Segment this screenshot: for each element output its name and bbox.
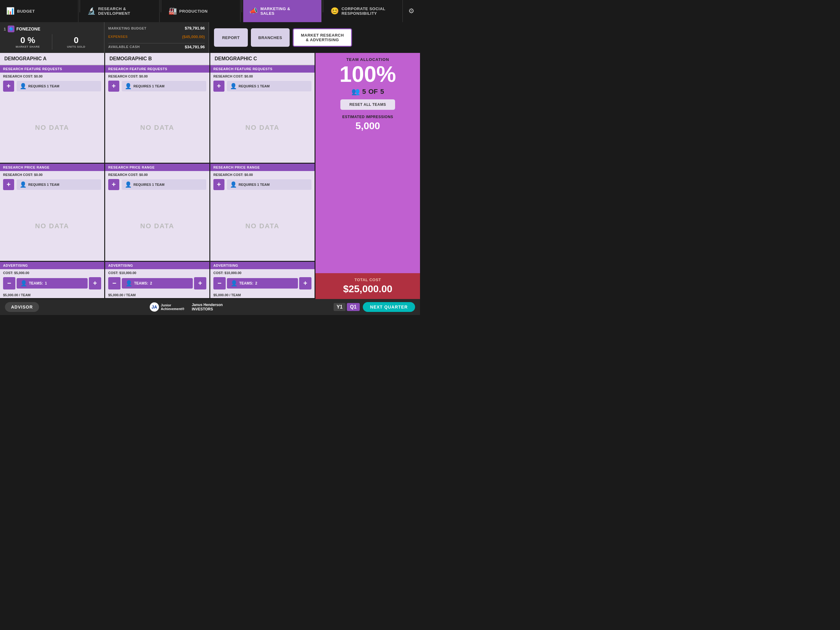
nav-divider-2 <box>161 0 161 12</box>
adv-b-teams-value: 2 <box>150 281 152 285</box>
nav-rd-label: RESEARCH &DEVELOPMENT <box>98 6 130 16</box>
adv-b-teams-label: TEAMS: <box>134 281 148 285</box>
ja-label: JuniorAchievement® <box>161 303 185 311</box>
units-sold-value: 0 <box>52 35 101 45</box>
report-button[interactable]: REPORT <box>214 28 248 47</box>
research-feature-a: RESEARCH FEATURE REQUESTS RESEARCH COST:… <box>0 65 104 164</box>
nav-rd[interactable]: 🔬 RESEARCH &DEVELOPMENT <box>81 0 159 22</box>
units-sold-block: 0 UNITS SOLD <box>52 35 101 48</box>
advertising-c: ADVERTISING COST: $10,000.00 − 👤 TEAMS: … <box>210 262 314 299</box>
next-quarter-button[interactable]: NEXT QUARTER <box>363 302 415 312</box>
research-feature-b: RESEARCH FEATURE REQUESTS RESEARCH COST:… <box>105 65 209 164</box>
reset-all-teams-button[interactable]: RESET ALL TEAMS <box>340 99 395 110</box>
research-feature-c-label: RESEARCH FEATURE REQUESTS <box>210 65 314 73</box>
nav-csr[interactable]: 😊 CORPORATE SOCIALRESPONSIBILITY <box>324 0 403 22</box>
research-price-c-cost: RESEARCH COST: $0.00 <box>210 171 314 178</box>
research-feature-c-action: + 👤 REQUIRES 1 TEAM <box>210 79 314 93</box>
no-data-feature-b: NO DATA <box>105 93 209 163</box>
nav-divider-1 <box>80 0 80 12</box>
company-icon: 🔷 <box>8 25 14 32</box>
research-price-b-action: + 👤 REQUIRES 1 TEAM <box>105 178 209 192</box>
adv-b-minus-button[interactable]: − <box>108 277 120 290</box>
add-research-price-a-button[interactable]: + <box>3 179 14 190</box>
adv-a-team-icon: 👤 <box>20 280 27 287</box>
sidebar-top: TEAM ALLOCATION 100% 👥 5 OF 5 RESET ALL … <box>316 53 420 273</box>
est-impressions-label: ESTIMATED IMPRESSIONS <box>342 115 393 119</box>
research-price-c-action: + 👤 REQUIRES 1 TEAM <box>210 178 314 192</box>
add-research-price-b-button[interactable]: + <box>108 179 119 190</box>
marketing-budget-row: MARKETING BUDGET $79,791.96 <box>108 26 205 30</box>
branches-button[interactable]: BRANCHES <box>251 28 290 47</box>
research-feature-b-cost: RESEARCH COST: $0.00 <box>105 73 209 79</box>
company-number: 1 <box>4 27 6 32</box>
add-research-feature-a-button[interactable]: + <box>3 81 14 92</box>
nav-marketing[interactable]: 📣 MARKETING &SALES <box>243 0 322 22</box>
sidebar-bottom: TOTAL COST $25,000.00 <box>316 273 420 299</box>
ja-logo: JA JuniorAchievement® <box>150 302 185 312</box>
advisor-button[interactable]: ADVISOR <box>5 302 39 312</box>
research-price-c: RESEARCH PRICE RANGE RESEARCH COST: $0.0… <box>210 164 314 262</box>
of-label: OF <box>368 88 378 96</box>
adv-c-teams-value: 2 <box>255 281 257 285</box>
expenses-label: EXPENSES <box>108 35 128 38</box>
adv-a-minus-button[interactable]: − <box>3 277 15 290</box>
settings-button[interactable]: ⚙ <box>403 0 420 22</box>
no-data-price-c: NO DATA <box>210 192 314 261</box>
total-cost-label: TOTAL COST <box>321 277 415 282</box>
adv-c-teams-display: 👤 TEAMS: 2 <box>227 278 298 288</box>
advertising-c-controls: − 👤 TEAMS: 2 + <box>210 276 314 292</box>
advertising-a-cost: COST: $5,000.00 <box>0 269 104 276</box>
advertising-b-cost: COST: $10,000.00 <box>105 269 209 276</box>
market-share-value: 0 % <box>4 35 52 45</box>
adv-b-plus-button[interactable]: + <box>194 277 206 290</box>
research-price-c-label: RESEARCH PRICE RANGE <box>210 164 314 171</box>
add-research-feature-c-button[interactable]: + <box>213 81 224 92</box>
research-price-a-label: RESEARCH PRICE RANGE <box>0 164 104 171</box>
nav-production-label: PRODUCTION <box>179 9 208 14</box>
market-share-label: MARKET SHARE <box>4 45 52 48</box>
nav-marketing-label: MARKETING &SALES <box>261 6 290 16</box>
adv-c-minus-button[interactable]: − <box>213 277 226 290</box>
advertising-a: ADVERTISING COST: $5,000.00 − 👤 TEAMS: 1… <box>0 262 104 299</box>
advertising-b-controls: − 👤 TEAMS: 2 + <box>105 276 209 292</box>
nav-budget[interactable]: 📊 BUDGET <box>0 0 78 22</box>
team-icon-price-a: 👤 <box>20 181 27 188</box>
requires-team-feature-a: 👤 REQUIRES 1 TEAM <box>17 81 101 91</box>
team-icon-price-b: 👤 <box>125 181 132 188</box>
subnav-buttons: REPORT BRANCHES MARKET RESEARCH& ADVERTI… <box>209 22 420 53</box>
requires-team-price-a-label: REQUIRES 1 TEAM <box>28 183 59 187</box>
teams-total: 5 <box>381 88 384 96</box>
nav-divider-4 <box>323 0 323 12</box>
quarter-display: Y1 Q1 <box>333 303 360 311</box>
rd-icon: 🔬 <box>87 7 96 15</box>
available-cash-label: AVAILABLE CASH <box>108 45 140 49</box>
adv-a-teams-display: 👤 TEAMS: 1 <box>17 278 88 288</box>
marketing-icon: 📣 <box>249 7 258 15</box>
adv-a-teams-value: 1 <box>45 281 47 285</box>
no-data-feature-c: NO DATA <box>210 93 314 163</box>
jh-logo: Janus HendersonINVESTORS <box>192 303 223 311</box>
units-sold-label: UNITS SOLD <box>52 45 101 48</box>
requires-team-feature-a-label: REQUIRES 1 TEAM <box>28 84 59 88</box>
logos-area: JA JuniorAchievement® Janus HendersonINV… <box>39 302 333 312</box>
team-icon-feature-b: 👤 <box>125 83 132 90</box>
demo-b-header: DEMOGRAPHIC B <box>105 53 209 65</box>
team-icon-feature-c: 👤 <box>230 83 237 90</box>
nav-production[interactable]: 🏭 PRODUCTION <box>163 0 241 22</box>
teams-of: 👥 5 OF 5 <box>351 88 384 96</box>
research-feature-a-cost: RESEARCH COST: $0.00 <box>0 73 104 79</box>
add-research-feature-b-button[interactable]: + <box>108 81 119 92</box>
no-data-price-a: NO DATA <box>0 192 104 261</box>
bottom-bar: ADVISOR JA JuniorAchievement® Janus Hend… <box>0 299 420 315</box>
settings-icon: ⚙ <box>408 7 414 15</box>
adv-c-plus-button[interactable]: + <box>299 277 311 290</box>
add-research-price-c-button[interactable]: + <box>213 179 224 190</box>
research-price-b-cost: RESEARCH COST: $0.00 <box>105 171 209 178</box>
requires-team-feature-c-label: REQUIRES 1 TEAM <box>238 84 270 88</box>
requires-team-price-c: 👤 REQUIRES 1 TEAM <box>227 179 311 190</box>
total-cost-value: $25,000.00 <box>321 283 415 295</box>
adv-a-plus-button[interactable]: + <box>89 277 101 290</box>
adv-c-teams-label: TEAMS: <box>239 281 253 285</box>
adv-a-teams-label: TEAMS: <box>29 281 43 285</box>
market-research-button[interactable]: MARKET RESEARCH& ADVERTISING <box>293 28 352 47</box>
